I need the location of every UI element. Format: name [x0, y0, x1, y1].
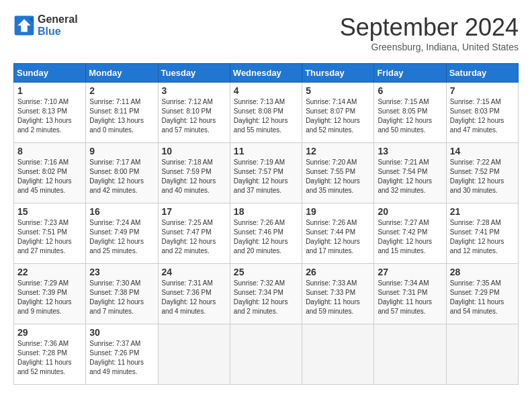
day-number: 9	[89, 146, 154, 156]
month-title: September 2024	[340, 13, 519, 42]
day-number: 1	[17, 85, 82, 96]
day-info: Sunrise: 7:34 AMSunset: 7:31 PMDaylight:…	[378, 279, 442, 316]
calendar-week-2: 8 Sunrise: 7:16 AMSunset: 8:02 PMDayligh…	[14, 143, 519, 203]
page-header: General Blue September 2024 Greensburg, …	[13, 13, 519, 52]
day-info: Sunrise: 7:11 AMSunset: 8:11 PMDaylight:…	[89, 97, 154, 135]
logo-general-text: General	[38, 13, 78, 26]
location-text: Greensburg, Indiana, United States	[340, 42, 519, 52]
calendar-cell: 15 Sunrise: 7:23 AMSunset: 7:51 PMDaylig…	[14, 203, 86, 264]
day-info: Sunrise: 7:10 AMSunset: 8:13 PMDaylight:…	[17, 97, 82, 135]
calendar-week-1: 1 Sunrise: 7:10 AMSunset: 8:13 PMDayligh…	[14, 83, 519, 143]
day-number: 14	[450, 146, 515, 156]
calendar-cell: 2 Sunrise: 7:11 AMSunset: 8:11 PMDayligh…	[86, 83, 158, 143]
calendar-cell: 6 Sunrise: 7:15 AMSunset: 8:05 PMDayligh…	[374, 83, 446, 143]
calendar-cell: 24 Sunrise: 7:31 AMSunset: 7:36 PMDaylig…	[158, 264, 230, 324]
calendar-cell: 27 Sunrise: 7:34 AMSunset: 7:31 PMDaylig…	[374, 264, 446, 324]
day-info: Sunrise: 7:21 AMSunset: 7:54 PMDaylight:…	[378, 158, 442, 195]
col-monday: Monday	[86, 64, 158, 83]
calendar-cell	[302, 324, 374, 385]
day-number: 4	[234, 85, 298, 96]
calendar-cell: 21 Sunrise: 7:28 AMSunset: 7:41 PMDaylig…	[446, 203, 518, 264]
calendar-cell: 23 Sunrise: 7:30 AMSunset: 7:38 PMDaylig…	[86, 264, 158, 324]
calendar-cell: 4 Sunrise: 7:13 AMSunset: 8:08 PMDayligh…	[230, 83, 302, 143]
day-number: 30	[89, 327, 154, 338]
calendar-week-4: 22 Sunrise: 7:29 AMSunset: 7:39 PMDaylig…	[14, 264, 519, 324]
day-info: Sunrise: 7:25 AMSunset: 7:47 PMDaylight:…	[162, 218, 226, 256]
logo-blue-text: Blue	[38, 26, 78, 38]
day-number: 19	[306, 206, 370, 217]
calendar-cell: 26 Sunrise: 7:33 AMSunset: 7:33 PMDaylig…	[302, 264, 374, 324]
calendar-table: Sunday Monday Tuesday Wednesday Thursday…	[13, 63, 519, 385]
calendar-cell: 25 Sunrise: 7:32 AMSunset: 7:34 PMDaylig…	[230, 264, 302, 324]
calendar-cell: 12 Sunrise: 7:20 AMSunset: 7:55 PMDaylig…	[302, 143, 374, 203]
col-sunday: Sunday	[14, 64, 86, 83]
day-info: Sunrise: 7:26 AMSunset: 7:44 PMDaylight:…	[306, 218, 370, 256]
day-number: 13	[378, 146, 442, 156]
day-number: 22	[17, 267, 82, 277]
calendar-cell: 7 Sunrise: 7:15 AMSunset: 8:03 PMDayligh…	[446, 83, 518, 143]
day-number: 25	[234, 267, 298, 277]
logo-text: General Blue	[38, 13, 78, 37]
day-number: 15	[17, 206, 82, 217]
calendar-cell: 3 Sunrise: 7:12 AMSunset: 8:10 PMDayligh…	[158, 83, 230, 143]
col-thursday: Thursday	[302, 64, 374, 83]
day-info: Sunrise: 7:23 AMSunset: 7:51 PMDaylight:…	[17, 218, 82, 256]
calendar-cell: 9 Sunrise: 7:17 AMSunset: 8:00 PMDayligh…	[86, 143, 158, 203]
day-number: 7	[450, 85, 515, 96]
day-info: Sunrise: 7:29 AMSunset: 7:39 PMDaylight:…	[17, 279, 82, 316]
day-number: 10	[162, 146, 226, 156]
calendar-cell: 8 Sunrise: 7:16 AMSunset: 8:02 PMDayligh…	[14, 143, 86, 203]
day-number: 6	[378, 85, 442, 96]
day-info: Sunrise: 7:27 AMSunset: 7:42 PMDaylight:…	[378, 218, 442, 256]
col-friday: Friday	[374, 64, 446, 83]
calendar-cell	[158, 324, 230, 385]
day-number: 16	[89, 206, 154, 217]
day-info: Sunrise: 7:17 AMSunset: 8:00 PMDaylight:…	[89, 158, 154, 195]
day-number: 28	[450, 267, 515, 277]
calendar-cell: 1 Sunrise: 7:10 AMSunset: 8:13 PMDayligh…	[14, 83, 86, 143]
day-info: Sunrise: 7:15 AMSunset: 8:05 PMDaylight:…	[378, 97, 442, 135]
day-info: Sunrise: 7:35 AMSunset: 7:29 PMDaylight:…	[450, 279, 515, 316]
calendar-week-5: 29 Sunrise: 7:36 AMSunset: 7:28 PMDaylig…	[14, 324, 519, 385]
day-info: Sunrise: 7:22 AMSunset: 7:52 PMDaylight:…	[450, 158, 515, 195]
logo-icon	[13, 15, 35, 36]
day-number: 3	[162, 85, 226, 96]
day-info: Sunrise: 7:26 AMSunset: 7:46 PMDaylight:…	[234, 218, 298, 256]
calendar-cell: 5 Sunrise: 7:14 AMSunset: 8:07 PMDayligh…	[302, 83, 374, 143]
day-number: 2	[89, 85, 154, 96]
logo: General Blue	[13, 13, 78, 37]
day-number: 20	[378, 206, 442, 217]
day-info: Sunrise: 7:16 AMSunset: 8:02 PMDaylight:…	[17, 158, 82, 195]
day-number: 17	[162, 206, 226, 217]
day-number: 18	[234, 206, 298, 217]
day-info: Sunrise: 7:20 AMSunset: 7:55 PMDaylight:…	[306, 158, 370, 195]
day-info: Sunrise: 7:15 AMSunset: 8:03 PMDaylight:…	[450, 97, 515, 135]
calendar-cell: 19 Sunrise: 7:26 AMSunset: 7:44 PMDaylig…	[302, 203, 374, 264]
calendar-cell: 17 Sunrise: 7:25 AMSunset: 7:47 PMDaylig…	[158, 203, 230, 264]
day-info: Sunrise: 7:32 AMSunset: 7:34 PMDaylight:…	[234, 279, 298, 316]
calendar-cell: 11 Sunrise: 7:19 AMSunset: 7:57 PMDaylig…	[230, 143, 302, 203]
calendar-cell	[230, 324, 302, 385]
calendar-cell: 22 Sunrise: 7:29 AMSunset: 7:39 PMDaylig…	[14, 264, 86, 324]
day-info: Sunrise: 7:18 AMSunset: 7:59 PMDaylight:…	[162, 158, 226, 195]
day-number: 26	[306, 267, 370, 277]
calendar-cell: 29 Sunrise: 7:36 AMSunset: 7:28 PMDaylig…	[14, 324, 86, 385]
calendar-cell: 20 Sunrise: 7:27 AMSunset: 7:42 PMDaylig…	[374, 203, 446, 264]
day-number: 12	[306, 146, 370, 156]
day-info: Sunrise: 7:31 AMSunset: 7:36 PMDaylight:…	[162, 279, 226, 316]
day-info: Sunrise: 7:33 AMSunset: 7:33 PMDaylight:…	[306, 279, 370, 316]
calendar-cell: 10 Sunrise: 7:18 AMSunset: 7:59 PMDaylig…	[158, 143, 230, 203]
day-info: Sunrise: 7:28 AMSunset: 7:41 PMDaylight:…	[450, 218, 515, 256]
calendar-cell: 13 Sunrise: 7:21 AMSunset: 7:54 PMDaylig…	[374, 143, 446, 203]
calendar-cell: 28 Sunrise: 7:35 AMSunset: 7:29 PMDaylig…	[446, 264, 518, 324]
calendar-cell: 14 Sunrise: 7:22 AMSunset: 7:52 PMDaylig…	[446, 143, 518, 203]
calendar-cell: 30 Sunrise: 7:37 AMSunset: 7:26 PMDaylig…	[86, 324, 158, 385]
header-row: Sunday Monday Tuesday Wednesday Thursday…	[14, 64, 519, 83]
col-saturday: Saturday	[446, 64, 518, 83]
day-number: 5	[306, 85, 370, 96]
col-wednesday: Wednesday	[230, 64, 302, 83]
day-number: 24	[162, 267, 226, 277]
calendar-week-3: 15 Sunrise: 7:23 AMSunset: 7:51 PMDaylig…	[14, 203, 519, 264]
title-section: September 2024 Greensburg, Indiana, Unit…	[340, 13, 519, 52]
col-tuesday: Tuesday	[158, 64, 230, 83]
